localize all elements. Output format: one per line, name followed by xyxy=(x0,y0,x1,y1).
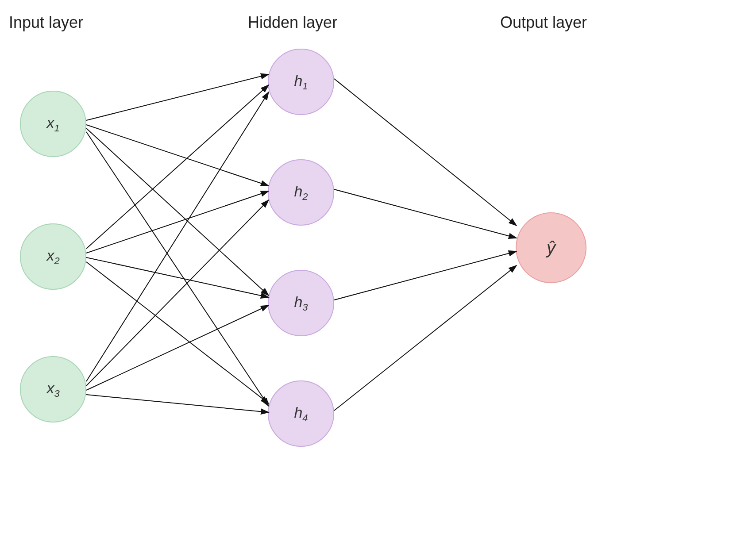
svg-line-6 xyxy=(86,191,269,253)
output-layer-label: Output layer xyxy=(500,13,587,32)
svg-line-1 xyxy=(86,74,269,120)
svg-line-8 xyxy=(86,262,269,403)
svg-line-2 xyxy=(86,125,269,186)
input-node-x3: x3 xyxy=(20,356,86,422)
input-node-x1: x1 xyxy=(20,91,86,157)
svg-line-4 xyxy=(86,132,269,406)
svg-line-5 xyxy=(86,85,269,249)
hidden-node-h2: h2 xyxy=(268,159,334,226)
input-node-x2: x2 xyxy=(20,223,86,290)
hidden-node-h3: h3 xyxy=(268,270,334,336)
svg-line-13 xyxy=(334,79,517,226)
hidden-layer-label: Hidden layer xyxy=(248,13,337,32)
hidden-node-h1: h1 xyxy=(268,49,334,115)
connection-arrows xyxy=(0,0,756,553)
neural-network-diagram: Input layer Hidden layer Output layer x1… xyxy=(0,0,756,553)
svg-line-3 xyxy=(86,128,269,296)
svg-line-12 xyxy=(86,395,269,412)
svg-line-14 xyxy=(334,189,517,238)
hidden-node-h4: h4 xyxy=(268,380,334,447)
output-node-y: ŷ xyxy=(516,212,586,283)
svg-line-10 xyxy=(86,200,269,386)
svg-line-16 xyxy=(334,265,517,411)
svg-line-7 xyxy=(86,257,269,297)
input-layer-label: Input layer xyxy=(9,13,83,32)
svg-line-15 xyxy=(334,251,517,300)
svg-line-11 xyxy=(86,305,269,390)
svg-line-9 xyxy=(86,92,269,381)
